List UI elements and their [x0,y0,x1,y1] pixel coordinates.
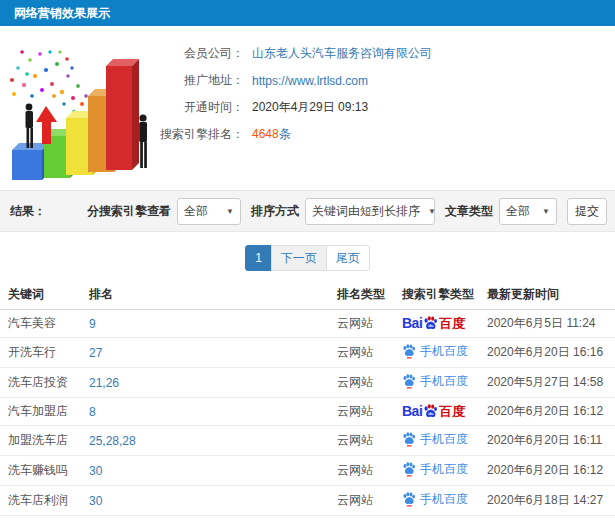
keyword-cell: 汽车美容 [0,310,89,338]
keyword-cell: 洗车店利润 [0,486,89,516]
keyword-cell: 开洗车行 [0,338,89,368]
info-row-open-time: 开通时间： 2020年4月29日 09:13 [160,94,432,121]
table-row: 开洗车行 27 云网站 手机百度 2020年6月20日 16:16 [0,338,615,368]
baidu-logo-cn-text: 百度 [439,405,465,418]
engine-cell: 手机百度 [402,486,487,516]
mobile-baidu-text: 手机百度 [420,343,468,360]
engine-filter-label: 分搜索引擎查看 [87,203,171,220]
rank-type-cell: 云网站 [337,398,402,426]
page: 网络营销效果展示 [0,0,615,520]
keyword-cell: 洗车赚钱吗 [0,456,89,486]
baidu-logo: Bai du 百度 [402,404,465,419]
mobile-baidu-text: 手机百度 [420,373,468,390]
rank-link[interactable]: 21,26 [89,376,119,390]
engine-cell: Bai du 百度 [402,516,487,520]
company-name-link[interactable]: 山东老人头汽车服务咨询有限公司 [252,45,432,62]
baidu-logo: Bai du 百度 [402,316,465,331]
engine-cell: Bai du 百度 [402,310,487,338]
updated-cell: 2020年6月20日 16:12 [487,456,615,486]
type-filter-value: 全部 [506,203,530,220]
engine-cell: Bai du 百度 [402,398,487,426]
confetti-dots [10,50,88,120]
baidu-paw-icon [402,374,416,389]
updated-cell: 2020年5月27日 14:58 [487,368,615,398]
rank-link[interactable]: 27 [89,346,102,360]
svg-text:du: du [428,323,434,328]
updated-cell: 2020年6月18日 14:27 [487,486,615,516]
header-engine-type: 搜索引擎类型 [402,280,487,310]
last-page-button[interactable]: 尾页 [326,245,370,271]
rank-type-cell: 云网站 [337,426,402,456]
rank-count-value: 4648条 [252,126,291,143]
result-label: 结果： [10,203,46,220]
top-section: 会员公司： 山东老人头汽车服务咨询有限公司 推广地址： https://www.… [0,26,615,190]
marketing-chart-illustration [2,30,177,190]
mobile-baidu-logo: 手机百度 [402,491,468,508]
rank-link[interactable]: 25,28,28 [89,434,136,448]
keyword-cell: 洗车店加盟 [0,516,89,520]
info-row-url: 推广地址： https://www.lrtlsd.com [160,67,432,94]
table-row: 洗车店利润 30 云网站 手机百度 2020年6月18日 14:27 [0,486,615,516]
filter-bar: 结果： 分搜索引擎查看 全部 ▼ 排序方式 关键词由短到长排序 ▼ 文章类型 全… [0,190,615,232]
promo-url-link[interactable]: https://www.lrtlsd.com [252,74,368,88]
rank-type-cell: 云网站 [337,486,402,516]
baidu-logo-bai-text: Bai [402,316,422,330]
rank-count-number: 4648 [252,127,279,141]
submit-button[interactable]: 提交 [567,198,607,225]
app-header: 网络营销效果展示 [0,0,615,26]
sort-filter-label: 排序方式 [251,203,299,220]
sort-filter-select[interactable]: 关键词由短到长排序 ▼ [305,198,435,225]
table-row: 加盟洗车店 25,28,28 云网站 手机百度 2020年6月20日 16:11 [0,426,615,456]
company-info: 会员公司： 山东老人头汽车服务咨询有限公司 推广地址： https://www.… [160,40,432,148]
next-page-button[interactable]: 下一页 [271,245,327,271]
baidu-paw-icon [402,492,416,507]
engine-cell: 手机百度 [402,456,487,486]
baidu-paw-icon: du [423,404,438,419]
page-1-button[interactable]: 1 [245,245,272,271]
updated-cell: 2020年6月20日 16:11 [487,426,615,456]
rank-link[interactable]: 30 [89,464,102,478]
baidu-paw-icon: du [423,316,438,331]
info-row-company: 会员公司： 山东老人头汽车服务咨询有限公司 [160,40,432,67]
rank-link[interactable]: 30 [89,494,102,508]
mobile-baidu-logo: 手机百度 [402,373,468,390]
baidu-logo-cn-text: 百度 [439,317,465,330]
header-updated: 最新更新时间 [487,280,615,310]
mobile-baidu-text: 手机百度 [420,461,468,478]
type-filter-select[interactable]: 全部 ▼ [499,198,557,225]
svg-text:du: du [428,411,434,416]
rank-type-cell: 云网站 [337,310,402,338]
engine-cell: 手机百度 [402,338,487,368]
engine-cell: 手机百度 [402,426,487,456]
keyword-cell: 洗车店投资 [0,368,89,398]
table-row: 汽车加盟店 8 云网站 Bai du 百度 2020年6月20日 16:12 [0,398,615,426]
mobile-baidu-text: 手机百度 [420,491,468,508]
updated-cell: 2020年6月20日 16:16 [487,338,615,368]
filter-controls: 分搜索引擎查看 全部 ▼ 排序方式 关键词由短到长排序 ▼ 文章类型 全部 ▼ … [77,198,607,225]
keyword-cell: 汽车加盟店 [0,398,89,426]
baidu-paw-icon [402,432,416,447]
header-keyword: 关键词 [0,280,89,310]
bar-blue [12,143,49,180]
rank-type-cell: 云网站 [337,516,402,520]
rank-link[interactable]: 9 [89,317,96,331]
mobile-baidu-text: 手机百度 [420,431,468,448]
updated-cell: 2020年6月5日 11:24 [487,310,615,338]
baidu-paw-icon [402,462,416,477]
businessman-right [139,114,147,168]
chevron-down-icon: ▼ [428,207,436,216]
rank-count-label: 搜索引擎排名： [160,126,244,143]
engine-filter-select[interactable]: 全部 ▼ [177,198,241,225]
engine-filter-value: 全部 [184,203,208,220]
rank-link[interactable]: 8 [89,405,96,419]
open-time-label: 开通时间： [160,99,244,116]
table-row: 洗车店加盟 3 云网站 Bai du 百度 2020年6月18日 14:30 [0,516,615,520]
type-filter-label: 文章类型 [445,203,493,220]
rank-type-cell: 云网站 [337,338,402,368]
pagination: 1 下一页 尾页 [0,245,615,271]
chevron-down-icon: ▼ [542,207,550,216]
rank-count-unit: 条 [279,127,291,141]
chevron-down-icon: ▼ [226,207,234,216]
promo-url-label: 推广地址： [160,72,244,89]
updated-cell: 2020年6月18日 14:30 [487,516,615,520]
